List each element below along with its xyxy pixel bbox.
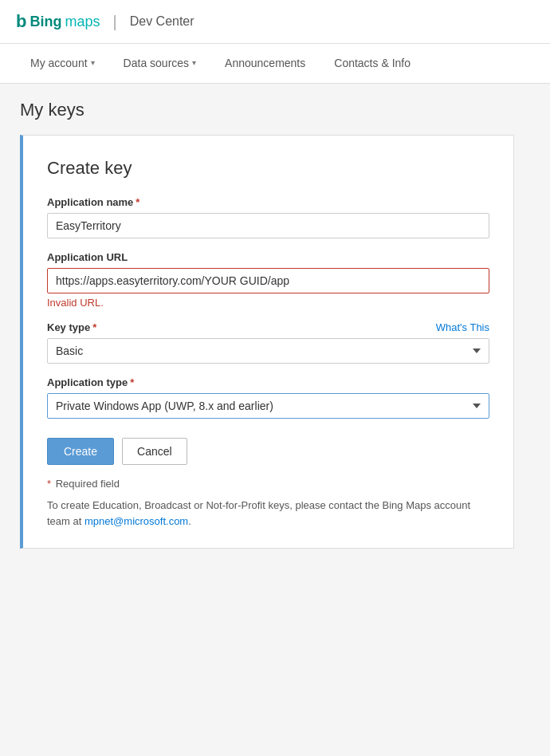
- key-type-group: Key type* What's This Basic Enterprise T…: [47, 321, 489, 364]
- key-type-header-row: Key type* What's This: [47, 321, 489, 333]
- bing-b-icon: b: [16, 11, 26, 32]
- app-name-group: Application name*: [47, 196, 489, 238]
- app-name-label: Application name*: [47, 196, 489, 208]
- nav-item-announcements[interactable]: Announcements: [210, 44, 320, 83]
- page-title: My keys: [20, 100, 530, 120]
- chevron-down-icon: ▾: [91, 58, 95, 67]
- header: b Bing maps | Dev Center: [0, 0, 550, 44]
- logo-area: b Bing maps | Dev Center: [16, 11, 194, 32]
- app-type-select[interactable]: Private Windows App (UWP, 8.x and earlie…: [47, 393, 489, 419]
- app-url-label: Application URL: [47, 251, 489, 263]
- bing-maps-text: maps: [65, 14, 100, 30]
- cancel-button[interactable]: Cancel: [122, 438, 187, 465]
- key-type-label: Key type*: [47, 321, 96, 333]
- required-note: * Required field: [47, 478, 489, 490]
- whats-this-link[interactable]: What's This: [436, 321, 489, 333]
- dev-center-label: Dev Center: [130, 14, 194, 29]
- form-title: Create key: [47, 158, 489, 179]
- nav-my-account-label: My account: [30, 57, 88, 69]
- bing-logo: b Bing maps: [16, 11, 100, 32]
- app-url-input[interactable]: [47, 268, 489, 293]
- app-type-group: Application type* Private Windows App (U…: [47, 376, 489, 419]
- key-type-required-star: *: [92, 321, 96, 333]
- bing-text: Bing: [29, 14, 61, 30]
- app-name-required-star: *: [136, 196, 139, 208]
- app-type-label: Application type*: [47, 376, 489, 388]
- nav-data-sources-label: Data sources: [124, 57, 189, 69]
- pipe-divider: |: [112, 13, 116, 31]
- nav-item-my-account[interactable]: My account ▾: [16, 44, 109, 83]
- page-content: My keys Create key Application name* App…: [0, 84, 550, 756]
- button-row: Create Cancel: [47, 438, 489, 465]
- app-name-input[interactable]: [47, 213, 489, 238]
- info-text: To create Education, Broadcast or Not-fo…: [47, 498, 489, 529]
- main-nav: My account ▾ Data sources ▾ Announcement…: [0, 44, 550, 84]
- contact-email-link[interactable]: mpnet@microsoft.com: [84, 515, 188, 527]
- invalid-url-error: Invalid URL.: [47, 297, 489, 309]
- nav-contacts-info-label: Contacts & Info: [334, 57, 411, 69]
- create-button[interactable]: Create: [47, 438, 114, 465]
- required-note-star: *: [47, 478, 51, 490]
- key-type-select[interactable]: Basic Enterprise Trial: [47, 338, 489, 364]
- app-url-group: Application URL Invalid URL.: [47, 251, 489, 309]
- nav-item-contacts-info[interactable]: Contacts & Info: [320, 44, 425, 83]
- chevron-down-icon: ▾: [192, 58, 196, 67]
- nav-announcements-label: Announcements: [225, 57, 305, 69]
- create-key-form-card: Create key Application name* Application…: [20, 135, 514, 549]
- nav-item-data-sources[interactable]: Data sources ▾: [109, 44, 210, 83]
- app-type-required-star: *: [130, 376, 134, 388]
